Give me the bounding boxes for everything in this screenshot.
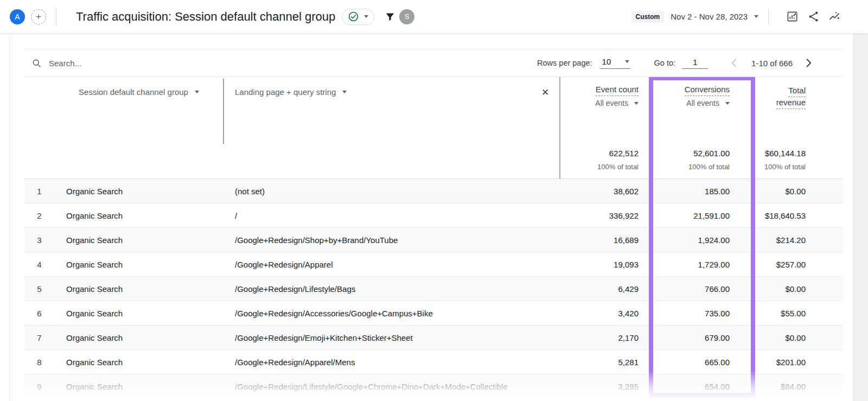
cell-landing-page: /Google+Redesign/Apparel [224,260,560,269]
remove-dimension-button[interactable]: ✕ [539,86,552,99]
metric-conversions-dropdown[interactable]: All events [654,99,754,107]
cell-conversions: 21,591.00 [654,211,754,220]
funnel-icon [384,11,396,23]
search-icon [31,58,42,68]
table-toolbar: Rows per page: 10 Go to: 1-10 of 666 [24,49,843,77]
total-conversions-percent: 100% of total [688,163,730,171]
rows-per-page-value: 10 [602,57,611,66]
goto-page-input[interactable] [682,58,708,69]
chevron-left-icon [729,57,741,69]
cell-landing-page: /Google+Redesign/Apparel/Mens [224,358,560,367]
divider [56,8,56,26]
cell-conversions: 735.00 [654,309,754,318]
cell-channel-group: Organic Search [54,333,224,342]
metric-sub-label: All events [595,99,628,107]
goto-label: Go to: [654,59,676,67]
table-row: 2 Organic Search / 336,922 21,591.00 $18… [24,203,843,228]
total-revenue-percent: 100% of total [764,163,806,171]
row-number: 2 [24,211,54,220]
cell-event-count: 19,093 [560,260,654,269]
cell-conversions: 665.00 [654,358,754,367]
chart-pencil-icon [786,10,799,23]
date-range-selector[interactable]: Nov 2 - Nov 28, 2023 [671,12,748,21]
cell-landing-page: (not set) [224,187,560,196]
row-number: 1 [24,187,54,196]
scrollbar-gutter[interactable] [853,34,868,401]
table-row: 7 Organic Search /Google+Redesign/Emoji+… [24,326,843,350]
cell-total-revenue: $257.00 [754,260,843,269]
metric-label-event-count[interactable]: Event count [560,85,654,94]
segment-avatar[interactable]: S [399,9,414,24]
rows-per-page-select[interactable]: 10 [600,57,630,69]
filter-button[interactable] [384,11,396,23]
cell-total-revenue: $201.00 [754,358,843,367]
divider [768,9,769,25]
chevron-down-icon[interactable] [754,15,758,18]
chevron-down-icon [725,102,730,105]
cell-total-revenue: $84.00 [754,382,843,391]
table-row: 6 Organic Search /Google+Redesign/Access… [24,301,843,326]
close-icon: ✕ [541,87,549,98]
cell-landing-page: /Google+Redesign/Accessories/Google+Camp… [224,309,560,318]
column-header-conversions: Conversions All events 52,601.00 100% of… [654,77,754,179]
cell-landing-page: /Google+Redesign/Lifestyle/Bags [224,284,560,294]
column-header-channel-group[interactable]: Session default channel group [54,87,224,97]
plus-icon: + [36,12,41,21]
cell-conversions: 679.00 [654,333,754,342]
row-number: 8 [24,358,54,367]
cell-landing-page: / [224,211,560,220]
cell-event-count: 3,420 [560,309,654,318]
metric-label-total-revenue[interactable]: Total revenue [754,85,843,109]
row-number: 4 [24,260,54,269]
search-input[interactable] [49,59,222,68]
row-number: 9 [24,382,54,391]
cell-landing-page: /Google+Redesign/Lifestyle/Google+Chrome… [224,382,560,391]
row-number: 7 [24,333,54,342]
data-table: Session default channel group Landing pa… [24,77,843,401]
cell-total-revenue: $0.00 [754,187,843,196]
sparkline-stars-icon [828,10,841,23]
chevron-down-icon [364,15,368,18]
page-title: Traffic acquisition: Session default cha… [76,10,335,24]
appbar-right-group: Custom Nov 2 - Nov 28, 2023 [631,9,841,25]
row-number: 3 [24,235,54,245]
table-header: Session default channel group Landing pa… [24,77,843,179]
cell-landing-page: /Google+Redesign/Shop+by+Brand/YouTube [224,235,560,245]
cell-total-revenue: $0.00 [754,284,843,294]
chevron-right-icon [802,57,814,69]
account-avatar[interactable]: A [10,9,25,24]
table-row: 4 Organic Search /Google+Redesign/Appare… [24,252,843,277]
pagination-controls: Rows per page: 10 Go to: 1-10 of 666 [537,57,843,69]
table-row: 9 Organic Search /Google+Redesign/Lifest… [24,374,843,399]
cell-landing-page: /Google+Redesign/Emoji+Kitchen+Sticker+S… [224,333,560,342]
cell-total-revenue: $214.20 [754,235,843,245]
add-comparison-button[interactable]: + [31,9,46,24]
share-button[interactable] [807,10,820,23]
cell-conversions: 1,729.00 [654,260,754,269]
edit-report-button[interactable] [786,10,799,23]
report-status-dropdown[interactable] [342,9,374,25]
column-header-event-count: Event count All events 622,512 100% of t… [560,77,654,179]
cell-total-revenue: $0.00 [754,333,843,342]
next-page-button[interactable] [802,57,814,69]
cell-conversions: 654.00 [654,382,754,391]
chevron-down-icon [634,102,639,105]
previous-page-button[interactable] [729,57,741,69]
pagination-range: 1-10 of 666 [751,59,793,68]
cell-channel-group: Organic Search [54,382,224,391]
check-circle-icon [348,11,359,22]
insights-button[interactable] [828,10,841,23]
column-header-landing-page[interactable]: Landing page + query string [235,87,347,97]
metric-event-dropdown[interactable]: All events [560,99,654,107]
cell-event-count: 6,429 [560,284,654,294]
metric-label-text: Conversions [685,85,730,96]
metric-label-conversions[interactable]: Conversions [654,85,754,94]
column-header-total-revenue: Total revenue $60,144.18 100% of total [754,77,843,179]
chevron-down-icon [625,60,629,63]
date-range-type-badge: Custom [631,11,665,23]
table-row: 3 Organic Search /Google+Redesign/Shop+b… [24,228,843,252]
ga4-report-page: A + Traffic acquisition: Session default… [0,0,868,401]
share-icon [807,10,820,23]
cell-channel-group: Organic Search [54,260,224,269]
cell-channel-group: Organic Search [54,211,224,220]
